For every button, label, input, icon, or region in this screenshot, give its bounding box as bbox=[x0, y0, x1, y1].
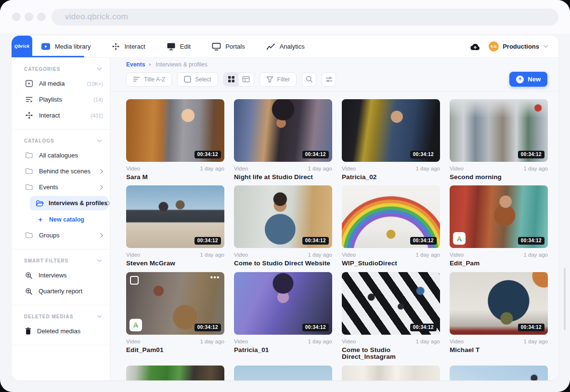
sort-button[interactable]: Title A-Z bbox=[126, 72, 172, 87]
thumbnail-checkbox[interactable] bbox=[130, 276, 139, 285]
window-minimize-button[interactable] bbox=[25, 13, 33, 21]
media-card-patricia-01[interactable]: 00:34:12Video1 day agoPatricia_01 bbox=[234, 272, 332, 361]
more-options-icon[interactable]: ••• bbox=[210, 273, 220, 282]
video-thumbnail[interactable]: 00:34:12 bbox=[342, 185, 440, 248]
sidebar-section-header-catalogs[interactable]: CATALOGS bbox=[12, 133, 110, 147]
sidebar-item-label: Groups bbox=[39, 232, 60, 239]
media-age-label: 1 day ago bbox=[523, 166, 548, 172]
media-card[interactable]: BOROUGH MARKET bbox=[126, 366, 224, 380]
media-title: Michael T bbox=[450, 347, 548, 354]
sidebar-item-deleted-medias[interactable]: Deleted medias bbox=[12, 323, 110, 339]
video-thumbnail[interactable]: 00:34:12 bbox=[234, 272, 332, 335]
sidebar-section-header-smart-filters[interactable]: SMART FILTERS bbox=[12, 253, 110, 267]
select-button[interactable]: Select bbox=[177, 72, 218, 87]
account-dropdown[interactable]: K.B Productions bbox=[489, 41, 548, 52]
media-card-michael-t[interactable]: 00:34:12Video1 day agoMichael T bbox=[450, 272, 548, 361]
sort-label: Title A-Z bbox=[144, 76, 165, 83]
media-card-steven-mcgraw[interactable]: 00:34:12Video1 day agoSteven McGraw bbox=[126, 185, 224, 267]
sidebar-item-interviews[interactable]: Interviews bbox=[12, 267, 110, 283]
duration-badge: 00:34:12 bbox=[302, 237, 329, 245]
sidebar-item-playlists[interactable]: Playlists(14) bbox=[12, 91, 110, 107]
url-bar[interactable]: video.qbrick.com bbox=[52, 9, 558, 26]
duration-badge: 00:34:12 bbox=[302, 151, 329, 158]
sidebar-item-groups[interactable]: Groups bbox=[12, 227, 110, 243]
avatar-initials: K.B bbox=[491, 45, 497, 48]
new-button-label: New bbox=[528, 76, 541, 83]
sidebar-item-events[interactable]: Events bbox=[12, 179, 110, 195]
advanced-filter-button[interactable] bbox=[322, 72, 336, 87]
media-card[interactable] bbox=[342, 366, 440, 380]
new-button[interactable]: + New bbox=[509, 72, 547, 87]
media-card-second-morning[interactable]: 00:34:12Video1 day agoSecond morning bbox=[450, 99, 548, 181]
sidebar-item-interviews-profiles[interactable]: Interviews & profiles bbox=[30, 196, 108, 210]
media-card-edit-pam01[interactable]: •••A00:34:12Video1 day agoEdit_Pam01 bbox=[126, 272, 224, 361]
nav-item-portals[interactable]: Portals bbox=[212, 42, 245, 51]
qbrick-logo[interactable]: Qbrick bbox=[12, 36, 32, 56]
video-thumbnail[interactable]: •••A00:34:12 bbox=[126, 272, 224, 335]
toolbar: Title A-Z Select bbox=[110, 68, 558, 91]
video-thumbnail[interactable]: 00:34:12 bbox=[234, 99, 332, 162]
filter-button[interactable]: Filter bbox=[259, 72, 297, 87]
media-card-edit-pam[interactable]: A00:34:12Video1 day agoEdit_Pam bbox=[450, 185, 548, 267]
nav-item-edit[interactable]: Edit bbox=[167, 42, 191, 51]
video-thumbnail[interactable]: 00:34:12 bbox=[450, 272, 548, 335]
video-thumbnail[interactable]: A00:34:12 bbox=[450, 185, 548, 248]
media-card-come-to-studio-direct-website[interactable]: 00:34:12Video1 day agoCome to Studio Dir… bbox=[234, 185, 332, 267]
scrollbar-thumb[interactable] bbox=[564, 268, 566, 330]
video-thumbnail[interactable]: 00:34:12 bbox=[126, 185, 224, 248]
video-thumbnail[interactable] bbox=[234, 366, 332, 380]
video-thumbnail[interactable]: 00:34:12 bbox=[342, 272, 440, 335]
filter-label: Filter bbox=[277, 76, 290, 83]
sidebar-section-smart-filters: SMART FILTERSInterviewsQuarterly report bbox=[12, 249, 110, 305]
sidebar-section-header-categories[interactable]: CATEGORIES bbox=[12, 62, 110, 76]
media-age-label: 1 day ago bbox=[200, 339, 224, 345]
media-card-night-life-at-studio-direct[interactable]: 00:34:12Video1 day agoNight life at Stud… bbox=[234, 99, 332, 181]
media-card[interactable] bbox=[234, 366, 332, 380]
video-thumbnail[interactable]: 00:34:12 bbox=[234, 185, 332, 248]
video-thumbnail[interactable]: 00:34:12 bbox=[342, 99, 440, 162]
media-card-sara-m[interactable]: 00:34:12Video1 day agoSara M bbox=[126, 99, 224, 181]
video-thumbnail[interactable]: 00:34:12 bbox=[450, 99, 548, 162]
main-layout: CATEGORIESAll media(10K+)Playlists(14)In… bbox=[12, 58, 558, 380]
media-type-label: Video bbox=[450, 166, 464, 172]
window-controls bbox=[12, 13, 46, 21]
sidebar-item-behind-the-scenes[interactable]: Behind the scenes bbox=[12, 163, 110, 179]
window-maximize-button[interactable] bbox=[37, 13, 46, 21]
sidebar-section-header-deleted-medias[interactable]: DELETED MEDIAS bbox=[12, 309, 110, 323]
cloud-upload-icon[interactable] bbox=[470, 43, 480, 51]
list-view-icon bbox=[242, 76, 250, 83]
chevron-down-icon bbox=[97, 315, 102, 318]
sidebar-item-all-catalogues[interactable]: All catalogues bbox=[12, 147, 110, 163]
chevron-right-icon bbox=[100, 185, 103, 190]
search-button[interactable] bbox=[302, 72, 316, 87]
video-thumbnail[interactable]: 00:34:12 bbox=[126, 99, 224, 162]
video-thumbnail[interactable] bbox=[342, 366, 440, 380]
media-card-come-to-studio-direct-instagram[interactable]: 00:34:12Video1 day agoCome to Studio Dir… bbox=[342, 272, 440, 361]
card-meta: Video1 day ago bbox=[126, 339, 224, 345]
sidebar-item-new-catalog[interactable]: +New catalog bbox=[12, 211, 110, 227]
media-type-label: Video bbox=[342, 166, 356, 172]
media-card-wip-studiodirect[interactable]: 00:34:12Video1 day agoWIP_StudioDirect bbox=[342, 185, 440, 267]
video-thumbnail[interactable]: BOROUGH MARKET bbox=[126, 366, 224, 380]
sidebar-item-interact[interactable]: Interact(431) bbox=[12, 107, 110, 123]
sidebar-item-label: Events bbox=[39, 183, 58, 191]
sidebar-item-quarterly-report[interactable]: Quarterly report bbox=[12, 283, 110, 299]
grid-view-button[interactable] bbox=[224, 73, 239, 86]
plus-icon: + bbox=[37, 216, 44, 223]
window-close-button[interactable] bbox=[12, 13, 21, 21]
sidebar-section-deleted-medias: DELETED MEDIASDeleted medias bbox=[12, 305, 110, 345]
list-view-button[interactable] bbox=[239, 73, 254, 86]
media-card[interactable] bbox=[450, 366, 548, 380]
section-title: DELETED MEDIAS bbox=[24, 314, 73, 319]
media-type-label: Video bbox=[234, 339, 248, 345]
nav-item-interact[interactable]: Interact bbox=[112, 42, 145, 51]
sidebar-item-all-media[interactable]: All media(10K+) bbox=[12, 76, 110, 91]
nav-item-analytics[interactable]: Analytics bbox=[266, 43, 305, 50]
card-meta: Video1 day ago bbox=[450, 339, 548, 345]
sliders-icon bbox=[325, 76, 333, 83]
qbrick-logo-text: Qbrick bbox=[14, 43, 29, 49]
media-card-patricia-02[interactable]: 00:34:12Video1 day agoPatricia_02 bbox=[342, 99, 440, 181]
nav-item-media-library[interactable]: Media library bbox=[41, 42, 91, 51]
breadcrumb-parent-link[interactable]: Events bbox=[126, 61, 145, 68]
video-thumbnail[interactable] bbox=[450, 366, 548, 380]
